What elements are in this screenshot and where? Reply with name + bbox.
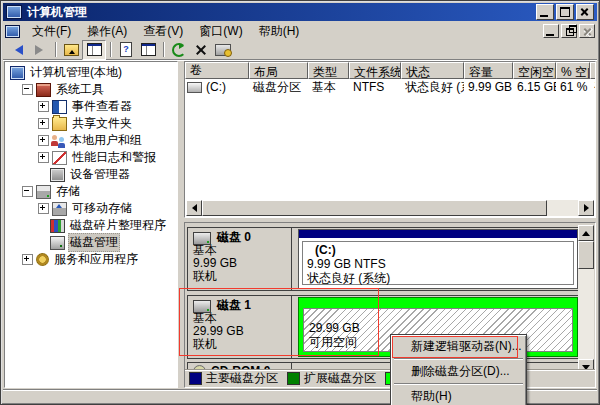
arrow-up-icon (582, 227, 590, 236)
disk-management-icon (50, 236, 65, 250)
console-tree: 计算机管理(本地) 系统工具 事件查看器 共享文件夹 本地用户和组 性能日志和警… (4, 61, 178, 388)
new-window-icon (141, 43, 156, 56)
refresh-button[interactable] (168, 41, 190, 59)
show-console-tree-icon (87, 43, 102, 56)
computer-management-window: 计算机管理 文件(F) 操作(A) 查看(V) 窗口(W) 帮助(H) ? (0, 0, 600, 405)
tree-item-services-applications[interactable]: 服务和应用程序 (5, 251, 177, 268)
expand-icon[interactable] (38, 152, 49, 163)
delete-icon (195, 44, 207, 56)
column-header-fault-tolerance[interactable]: 容错 (590, 62, 596, 79)
scroll-left-button[interactable] (186, 200, 202, 216)
legend-extended-partition: 扩展磁盘分区 (287, 370, 376, 387)
column-header-status[interactable]: 状态 (401, 62, 464, 79)
event-viewer-icon (52, 100, 67, 114)
up-one-level-button[interactable] (60, 41, 82, 59)
disk-0-volume-bar[interactable]: (C:) 9.99 GB NTFS 状态良好 (系统) (298, 229, 578, 289)
tree-item-event-viewer[interactable]: 事件查看器 (5, 98, 177, 115)
annotation-rectangle-disk1 (179, 288, 379, 356)
maximize-button[interactable] (556, 4, 574, 20)
scrollbar-thumb[interactable] (202, 200, 547, 216)
forward-button (29, 41, 51, 59)
properties-help-button[interactable]: ? (115, 41, 137, 59)
column-header-type[interactable]: 类型 (308, 62, 349, 79)
close-button[interactable] (576, 4, 594, 20)
scroll-right-button[interactable] (578, 200, 594, 216)
menu-item-action[interactable]: 操作(A) (79, 22, 135, 41)
tree-item-disk-management[interactable]: 磁盘管理 (5, 234, 177, 251)
refresh-icon (172, 43, 186, 57)
menu-item-view[interactable]: 查看(V) (135, 22, 191, 41)
maximize-icon (560, 7, 570, 17)
removable-storage-icon (52, 202, 67, 216)
column-header-volume[interactable]: 卷 (185, 62, 249, 79)
menu-separator (394, 358, 523, 360)
minimize-icon (546, 34, 554, 36)
expand-icon[interactable] (38, 101, 49, 112)
users-icon (52, 135, 65, 147)
column-header-layout[interactable]: 布局 (249, 62, 308, 79)
scrollbar-thumb[interactable] (578, 241, 594, 269)
toolbar-separator (55, 42, 56, 57)
storage-icon (36, 185, 51, 199)
volume-list-pane: 卷 布局 类型 文件系统 状态 容量 空闲空间 % 空闲 容错 (C:) 磁盘分… (184, 61, 596, 218)
volume-list-header: 卷 布局 类型 文件系统 状态 容量 空闲空间 % 空闲 容错 (185, 62, 595, 79)
menu-item-help[interactable]: 帮助(H) (392, 387, 525, 405)
collapse-icon[interactable] (22, 186, 33, 197)
title-bar[interactable]: 计算机管理 (3, 3, 597, 21)
annotation-rectangle-new-logical-drive (392, 336, 518, 358)
menu-item-file[interactable]: 文件(F) (24, 22, 79, 41)
defragmenter-icon (50, 219, 65, 233)
column-header-capacity[interactable]: 容量 (464, 62, 513, 79)
toolbar: ? (3, 40, 597, 60)
tree-item-removable-storage[interactable]: 可移动存储 (5, 200, 177, 217)
tree-item-computer-management[interactable]: 计算机管理(本地) (5, 64, 177, 81)
disk-0-row[interactable]: 磁盘 0 基本 9.99 GB 联机 (C:) 9.99 GB NTFS 状态良… (187, 227, 581, 291)
child-minimize-button[interactable] (543, 24, 559, 38)
mdi-child-icon[interactable] (5, 25, 20, 38)
menu-item-window[interactable]: 窗口(W) (191, 22, 250, 41)
expand-icon[interactable] (22, 254, 33, 265)
scroll-up-button[interactable] (578, 225, 594, 241)
tree-item-disk-defragmenter[interactable]: 磁盘碎片整理程序 (5, 217, 177, 234)
up-one-level-icon (64, 44, 79, 56)
minimize-button[interactable] (536, 4, 554, 20)
disk-management-icon (215, 44, 231, 56)
disk-management-tool-button[interactable] (212, 41, 234, 59)
horizontal-scrollbar[interactable] (186, 200, 594, 216)
extended-partition-color-swatch (287, 372, 300, 385)
menu-separator (394, 383, 523, 385)
child-restore-button[interactable] (561, 24, 577, 38)
window-title: 计算机管理 (27, 4, 536, 21)
expand-icon[interactable] (38, 118, 49, 129)
tree-item-shared-folders[interactable]: 共享文件夹 (5, 115, 177, 132)
disk-0-info[interactable]: 磁盘 0 基本 9.99 GB 联机 (188, 228, 292, 290)
delete-button[interactable] (190, 41, 212, 59)
legend-primary-partition: 主要磁盘分区 (189, 370, 278, 387)
expand-icon[interactable] (38, 203, 49, 214)
primary-partition-color-swatch (189, 372, 202, 385)
show-console-tree-button[interactable] (82, 40, 106, 60)
performance-icon (52, 151, 67, 165)
column-header-percent-free[interactable]: % 空闲 (556, 62, 590, 79)
vertical-scrollbar[interactable] (578, 225, 594, 375)
volume-row-c[interactable]: (C:) 磁盘分区 基本 NTFS 状态良好 (系统) 9.99 GB 6.15… (185, 79, 595, 95)
minimize-icon (540, 15, 548, 17)
column-header-filesystem[interactable]: 文件系统 (349, 62, 401, 79)
menu-item-help[interactable]: 帮助(H) (251, 22, 308, 41)
restore-icon (566, 28, 574, 36)
menu-item-delete-partition[interactable]: 删除磁盘分区(D)... (392, 362, 525, 381)
app-icon (6, 5, 22, 19)
expand-icon[interactable] (38, 135, 49, 146)
tree-item-performance-logs[interactable]: 性能日志和警报 (5, 149, 177, 166)
new-window-button[interactable] (137, 41, 159, 59)
tree-item-device-manager[interactable]: 设备管理器 (5, 166, 177, 183)
disk-icon (193, 232, 211, 245)
column-header-free-space[interactable]: 空闲空间 (513, 62, 556, 79)
menu-bar: 文件(F) 操作(A) 查看(V) 窗口(W) 帮助(H) (3, 22, 597, 40)
tree-item-system-tools[interactable]: 系统工具 (5, 81, 177, 98)
back-button[interactable] (7, 41, 29, 59)
tree-item-storage[interactable]: 存储 (5, 183, 177, 200)
collapse-icon[interactable] (22, 84, 33, 95)
child-close-button-disabled (579, 24, 595, 38)
tree-item-local-users-groups[interactable]: 本地用户和组 (5, 132, 177, 149)
